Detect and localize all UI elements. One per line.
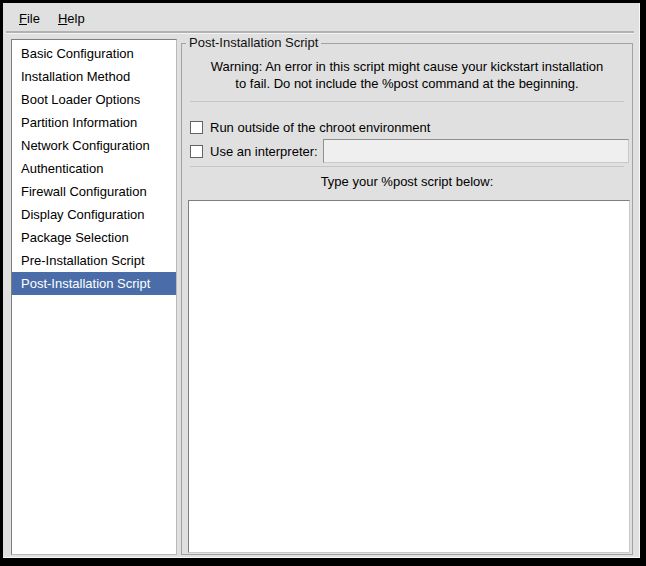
warning-line-2: to fail. Do not include the %post comman… bbox=[182, 75, 632, 92]
interpreter-option-row: Use an interpreter: bbox=[190, 138, 629, 164]
menu-file[interactable]: File bbox=[10, 8, 49, 29]
menu-help-accel: H bbox=[58, 11, 67, 26]
window-background: File Help Basic Configuration Installati… bbox=[3, 3, 640, 558]
sidebar-item-post-installation-script[interactable]: Post-Installation Script bbox=[12, 272, 176, 295]
menu-file-accel: F bbox=[19, 11, 27, 26]
menubar: File Help bbox=[6, 6, 634, 31]
sidebar-item-installation-method[interactable]: Installation Method bbox=[12, 65, 176, 88]
interpreter-checkbox-label[interactable]: Use an interpreter: bbox=[210, 144, 318, 159]
interpreter-entry[interactable] bbox=[323, 139, 629, 163]
app-window: File Help Basic Configuration Installati… bbox=[0, 0, 646, 566]
sidebar-item-network-configuration[interactable]: Network Configuration bbox=[12, 134, 176, 157]
post-script-textarea[interactable] bbox=[188, 200, 630, 553]
sidebar-item-basic-configuration[interactable]: Basic Configuration bbox=[12, 42, 176, 65]
sidebar-item-package-selection[interactable]: Package Selection bbox=[12, 226, 176, 249]
separator-bottom bbox=[190, 166, 624, 167]
sidebar-item-boot-loader-options[interactable]: Boot Loader Options bbox=[12, 88, 176, 111]
sidebar-item-pre-installation-script[interactable]: Pre-Installation Script bbox=[12, 249, 176, 272]
interpreter-checkbox[interactable] bbox=[190, 145, 203, 158]
sidebar-item-display-configuration[interactable]: Display Configuration bbox=[12, 203, 176, 226]
chroot-checkbox-label[interactable]: Run outside of the chroot environment bbox=[210, 120, 430, 135]
sidebar-item-partition-information[interactable]: Partition Information bbox=[12, 111, 176, 134]
menu-help[interactable]: Help bbox=[49, 8, 94, 29]
separator-top bbox=[190, 101, 624, 102]
chroot-checkbox[interactable] bbox=[190, 121, 203, 134]
chroot-option-row: Run outside of the chroot environment bbox=[190, 114, 629, 140]
section-list[interactable]: Basic Configuration Installation Method … bbox=[11, 39, 177, 555]
warning-line-1: Warning: An error in this script might c… bbox=[182, 58, 632, 75]
menu-file-label: ile bbox=[27, 11, 40, 26]
warning-text: Warning: An error in this script might c… bbox=[182, 58, 632, 92]
script-area-label: Type your %post script below: bbox=[182, 174, 632, 189]
sidebar-item-firewall-configuration[interactable]: Firewall Configuration bbox=[12, 180, 176, 203]
menu-help-label: elp bbox=[67, 11, 84, 26]
frame-title: Post-Installation Script bbox=[186, 35, 321, 50]
menubar-separator bbox=[6, 31, 634, 33]
sidebar-item-authentication[interactable]: Authentication bbox=[12, 157, 176, 180]
post-installation-frame: Post-Installation Script Warning: An err… bbox=[181, 43, 633, 555]
